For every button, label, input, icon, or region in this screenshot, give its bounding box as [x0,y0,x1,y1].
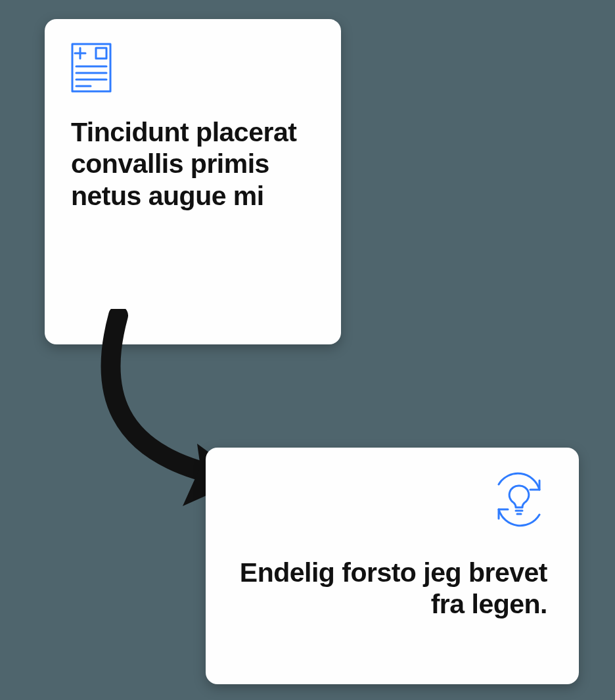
card-source: Tincidunt placerat convallis primis netu… [45,19,341,344]
card-result-heading: Endelig forsto jeg brevet fra legen. [232,557,547,620]
card-result: Endelig forsto jeg brevet fra legen. [206,448,579,684]
card-source-icon-wrap [71,43,315,93]
medical-record-icon [71,43,112,93]
card-source-heading: Tincidunt placerat convallis primis netu… [71,116,315,212]
lightbulb-refresh-icon [491,471,547,528]
svg-rect-0 [72,44,110,91]
svg-rect-1 [96,48,106,58]
card-result-icon-wrap [232,471,547,528]
